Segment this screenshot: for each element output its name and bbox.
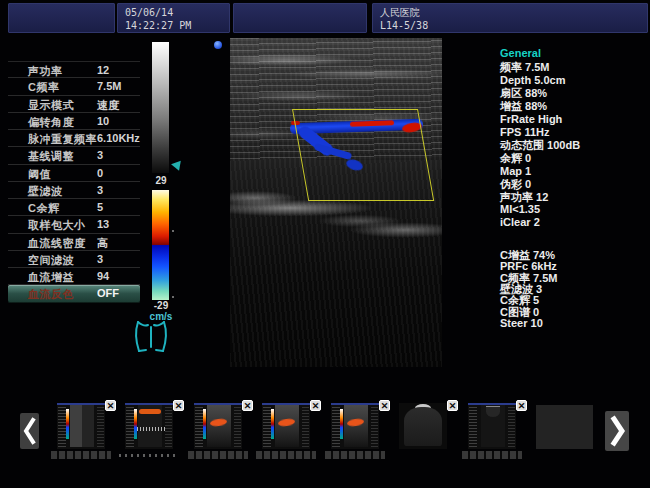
info-line-prfc: PRFc 6kHz (500, 261, 648, 272)
parameter-panel: 声功率12 C频率7.5M 显示模式速度 偏转角度10 脉冲重复频率6.10KH… (8, 61, 140, 303)
param-row-display-mode[interactable]: 显示模式速度 (8, 96, 140, 113)
hospital-box: 人民医院 L14-5/38 (372, 3, 648, 33)
velocity-min-label: -29 (144, 300, 178, 311)
info-line-mi: MI<1.35 (500, 203, 648, 216)
topbar-empty-box-1 (8, 3, 115, 33)
info-line-sector: 扇区 88% (500, 87, 648, 100)
probe-model: L14-5/38 (373, 19, 647, 32)
general-header: General (500, 47, 648, 60)
info-line-depth: Depth 5.0cm (500, 74, 648, 87)
chevron-right-icon (609, 414, 626, 448)
next-thumbnails-button[interactable] (605, 411, 629, 451)
info-line-chroma: 伪彩 0 (500, 178, 648, 191)
thumbnail-3[interactable]: ✕ (194, 403, 242, 449)
thumbnail-1[interactable]: ✕ (57, 403, 105, 449)
param-row-c-frequency[interactable]: C频率7.5M (8, 78, 140, 95)
close-icon[interactable]: ✕ (105, 400, 116, 411)
prev-thumbnails-button[interactable] (20, 413, 39, 449)
info-line-fps: FPS 11Hz (500, 126, 648, 139)
mini-filmstrip (325, 451, 385, 459)
mini-filmstrip (256, 451, 316, 459)
close-icon[interactable]: ✕ (447, 400, 458, 411)
mini-filmstrip (119, 454, 179, 457)
velocity-max-label: 29 (144, 175, 178, 186)
thumbnail-7[interactable]: ✕ (468, 403, 516, 449)
date-text: 05/06/14 (118, 4, 229, 19)
chevron-left-icon (22, 416, 37, 446)
info-line-power: 声功率 12 (500, 191, 648, 204)
mini-filmstrip (188, 451, 248, 459)
baseline-marker-icon (170, 159, 181, 170)
info-line-iclear: iClear 2 (500, 216, 648, 229)
close-icon[interactable]: ✕ (516, 400, 527, 411)
param-row-acoustic-power[interactable]: 声功率12 (8, 61, 140, 78)
color-info-panel: C增益 74% PRFc 6kHz C频率 7.5M 壁滤波 3 C余辉 5 C… (500, 250, 648, 329)
info-line-frequency: 频率 7.5M (500, 61, 648, 74)
param-row-flow-invert-selected[interactable]: 血流反色OFF (8, 285, 140, 302)
topbar-empty-box-2 (233, 3, 367, 33)
param-row-spatial-filter[interactable]: 空间滤波3 (8, 251, 140, 268)
close-icon[interactable]: ✕ (310, 400, 321, 411)
color-doppler-bar (152, 190, 169, 300)
param-row-c-persistence[interactable]: C余辉5 (8, 199, 140, 216)
param-row-baseline[interactable]: 基线调整3 (8, 147, 140, 164)
param-row-flow-gain[interactable]: 血流增益94 (8, 268, 140, 285)
close-icon[interactable]: ✕ (242, 400, 253, 411)
info-line-steer: Steer 10 (500, 318, 648, 329)
info-line-frrate: FrRate High (500, 113, 648, 126)
time-text: 14:22:27 PM (118, 19, 229, 32)
param-row-prf[interactable]: 脉冲重复频率6.10KHz (8, 130, 140, 147)
info-line-persistence: 余辉 0 (500, 152, 648, 165)
info-line-map: Map 1 (500, 165, 648, 178)
param-row-threshold[interactable]: 阈值0 (8, 165, 140, 182)
speckle-grain (230, 38, 442, 367)
param-row-line-density[interactable]: 血流线密度高 (8, 234, 140, 251)
body-marker-icon (132, 319, 170, 355)
thumbnail-5[interactable]: ✕ (331, 403, 379, 449)
bar-tick-dot (172, 230, 174, 232)
ultrasound-screen: 05/06/14 14:22:27 PM 人民医院 L14-5/38 声功率12… (0, 0, 650, 488)
thumbnail-8[interactable] (536, 405, 593, 449)
info-line-dynamic-range: 动态范围 100dB (500, 139, 648, 152)
mini-filmstrip (462, 451, 522, 459)
color-roi-box[interactable] (292, 109, 434, 201)
close-icon[interactable]: ✕ (379, 400, 390, 411)
thumbnail-6[interactable]: ✕ (399, 403, 447, 449)
ultrasound-image[interactable] (230, 38, 442, 367)
grayscale-bar (152, 42, 169, 173)
info-panel: General 频率 7.5M Depth 5.0cm 扇区 88% 增益 88… (500, 47, 648, 229)
close-icon[interactable]: ✕ (173, 400, 184, 411)
info-line-gain: 增益 88% (500, 100, 648, 113)
thumbnail-2[interactable]: ✕ (125, 403, 173, 449)
focus-marker-icon (214, 41, 222, 49)
param-row-packet-size[interactable]: 取样包大小13 (8, 216, 140, 233)
thumbnail-4[interactable]: ✕ (262, 403, 310, 449)
bar-tick-dot (172, 296, 174, 298)
param-row-steer-angle[interactable]: 偏转角度10 (8, 113, 140, 130)
datetime-box: 05/06/14 14:22:27 PM (117, 3, 230, 33)
param-row-wall-filter[interactable]: 壁滤波3 (8, 182, 140, 199)
hospital-name: 人民医院 (373, 4, 647, 19)
mini-filmstrip (51, 451, 111, 459)
